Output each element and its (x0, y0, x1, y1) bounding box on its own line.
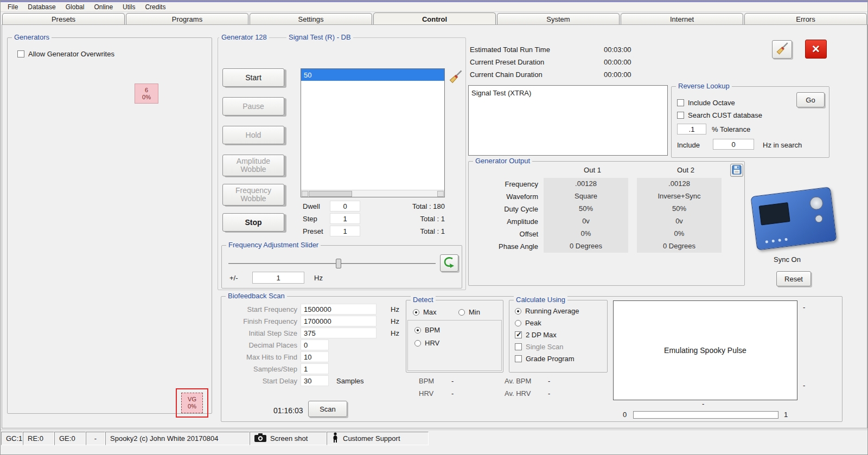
field-suffix: Hz (391, 329, 399, 337)
status-ge: GE:0 (54, 432, 86, 445)
av-bpm-value: - (548, 377, 550, 385)
stop-button[interactable]: Stop (222, 213, 284, 232)
include-hz-input[interactable]: 0 (713, 139, 754, 150)
tab-control[interactable]: Control (373, 12, 496, 25)
grade-program-row[interactable]: Grade Program (515, 355, 575, 363)
menu-online[interactable]: Online (89, 3, 118, 11)
grade-program-checkbox[interactable] (515, 355, 522, 362)
max-label: Max (423, 308, 437, 316)
tab-system[interactable]: System (497, 13, 620, 25)
dwell-value[interactable]: 0 (330, 201, 360, 212)
scroll-thumb[interactable] (309, 191, 352, 197)
output-label: Frequency (469, 180, 544, 188)
tab-settings[interactable]: Settings (250, 13, 372, 25)
hrv-radio[interactable] (414, 340, 421, 347)
out2-offset: 0% (637, 228, 722, 240)
tolerance-input[interactable]: .1 (677, 124, 706, 134)
initial-step-input[interactable]: 375 (301, 328, 376, 338)
hold-button[interactable]: Hold (222, 126, 284, 144)
slider-reset-button[interactable] (440, 254, 458, 272)
step-value[interactable]: 1 (330, 213, 360, 224)
detect-min-row[interactable]: Min (458, 308, 480, 316)
max-radio[interactable] (413, 309, 419, 316)
frequency-slider-thumb[interactable] (336, 259, 341, 268)
frequency-list-hscrollbar[interactable] (301, 190, 444, 197)
menu-database[interactable]: Database (23, 3, 60, 11)
menu-utils[interactable]: Utils (118, 3, 140, 11)
hrv-readout-label: HRV (419, 389, 433, 398)
samples-step-input[interactable]: 1 (301, 363, 329, 374)
pause-button[interactable]: Pause (222, 97, 284, 116)
generators-title: Generators (12, 33, 52, 41)
signal-description-box[interactable]: Signal Test (XTRA) (468, 85, 668, 156)
allow-overwrites-checkbox[interactable] (17, 50, 24, 57)
frequency-slider-track[interactable] (228, 263, 436, 265)
menu-global[interactable]: Global (61, 3, 90, 11)
scan-button[interactable]: Scan (308, 401, 347, 417)
dp-max-row[interactable]: 2 DP Max (515, 331, 557, 339)
peak-radio[interactable] (515, 320, 521, 326)
detect-hrv-row[interactable]: HRV (414, 339, 439, 347)
running-average-row[interactable]: Running Average (515, 307, 579, 315)
amplitude-wobble-button[interactable]: Amplitude Wobble (222, 155, 284, 176)
tab-internet[interactable]: Internet (621, 13, 743, 25)
detect-bpm-row[interactable]: BPM (414, 326, 440, 334)
detect-max-row[interactable]: Max (413, 308, 437, 316)
menu-credits[interactable]: Credits (140, 3, 170, 11)
person-icon (331, 432, 339, 445)
generator-6-badge[interactable]: 6 0% (135, 84, 158, 104)
reverse-lookup-title: Reverse Lookup (676, 82, 732, 90)
tab-programs[interactable]: Programs (126, 13, 248, 25)
decimal-places-input[interactable]: 0 (301, 339, 329, 350)
start-frequency-input[interactable]: 1500000 (301, 304, 376, 315)
frequency-list[interactable]: 50 (301, 68, 445, 197)
customer-support-button[interactable]: Customer Support (327, 432, 429, 445)
frequency-list-selected-item[interactable]: 50 (301, 69, 444, 81)
include-octave-row[interactable]: Include Octave (677, 99, 735, 107)
bpm-label: BPM (425, 326, 440, 334)
screenshot-button[interactable]: Screen shot (250, 432, 327, 445)
generator-vg-badge[interactable]: VG 0% (181, 393, 203, 413)
dp-max-checkbox[interactable] (515, 331, 522, 338)
menu-file[interactable]: File (3, 3, 23, 11)
running-average-radio[interactable] (515, 308, 521, 315)
save-output-button[interactable] (730, 164, 743, 177)
bpm-radio[interactable] (414, 327, 421, 334)
scroll-left-arrow[interactable] (302, 191, 308, 197)
close-button[interactable]: ✕ (805, 40, 827, 59)
single-scan-row[interactable]: Single Scan (515, 343, 563, 351)
tab-errors[interactable]: Errors (744, 13, 867, 25)
single-scan-checkbox[interactable] (515, 343, 522, 350)
clear-list-button[interactable] (448, 69, 463, 86)
generator-6-id: 6 (145, 87, 148, 94)
tab-presets[interactable]: Presets (2, 13, 125, 25)
min-radio[interactable] (458, 309, 465, 316)
camera-icon (254, 433, 266, 444)
include-octave-checkbox[interactable] (677, 99, 684, 106)
field-suffix: Hz (391, 317, 399, 325)
slider-step-input[interactable]: 1 (252, 272, 304, 284)
max-hits-input[interactable]: 10 (301, 351, 329, 362)
out1-amplitude: 0v (544, 215, 628, 228)
field-label: Decimal Places (221, 341, 297, 349)
reset-button[interactable]: Reset (776, 271, 811, 286)
search-cust-checkbox[interactable] (677, 112, 684, 119)
chain-duration-label: Current Chain Duration (470, 71, 542, 79)
field-label: Max Hits to Find (221, 353, 297, 361)
allow-overwrites-row[interactable]: Allow Generator Overwrites (17, 50, 114, 58)
include-hz-suffix: Hz in search (763, 141, 802, 149)
clean-button[interactable] (772, 40, 792, 59)
peak-row[interactable]: Peak (515, 319, 541, 327)
status-version: Spooky2 (c) John White 20170804 (105, 432, 250, 445)
generator-6-progress: 0% (142, 94, 151, 101)
frequency-wobble-button[interactable]: Frequency Wobble (222, 184, 284, 206)
start-delay-input[interactable]: 30 (301, 375, 329, 386)
go-button[interactable]: Go (796, 92, 825, 107)
generator-output-table: Frequency .00128 .00128 Waveform Square … (469, 178, 744, 253)
scroll-right-arrow[interactable] (437, 191, 444, 197)
start-button[interactable]: Start (222, 68, 284, 87)
search-cust-row[interactable]: Search CUST database (677, 111, 762, 119)
finish-frequency-input[interactable]: 1700000 (301, 316, 376, 326)
preset-total: Total : 1 (381, 227, 445, 235)
preset-value[interactable]: 1 (330, 226, 360, 236)
